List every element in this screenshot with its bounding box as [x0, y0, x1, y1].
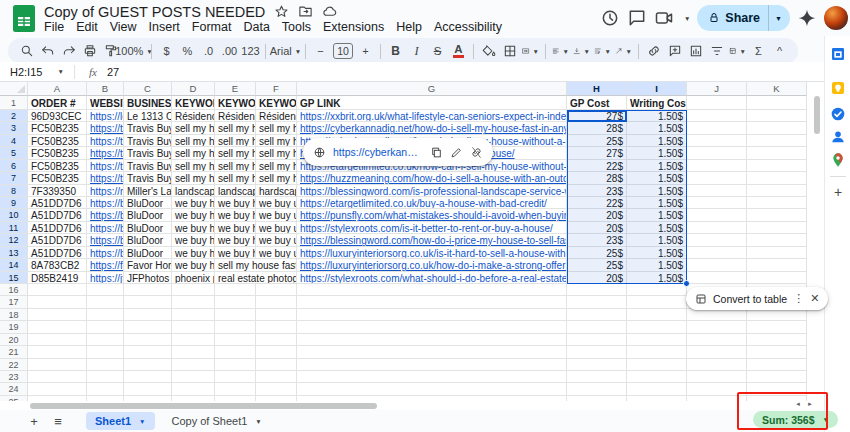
- merge-cells-icon[interactable]: ▼: [520, 40, 541, 62]
- meet-caret-icon[interactable]: ▼: [684, 15, 690, 22]
- cell-A9[interactable]: A51DD7D6: [28, 197, 87, 209]
- cell-H12[interactable]: 23$: [567, 234, 627, 246]
- row-header-16[interactable]: 16: [0, 284, 28, 296]
- star-icon[interactable]: [274, 4, 289, 19]
- cell-K7[interactable]: [747, 172, 807, 184]
- column-header-F[interactable]: F: [256, 82, 297, 96]
- cell-I21[interactable]: [627, 346, 687, 358]
- edit-link-icon[interactable]: [450, 146, 463, 159]
- cell-D16[interactable]: [172, 284, 215, 296]
- sum-indicator[interactable]: Sum: 356$▼: [753, 411, 838, 428]
- row-header-19[interactable]: 19: [0, 321, 28, 333]
- cell-K8[interactable]: [747, 185, 807, 197]
- cell-D3[interactable]: sell my hou: [172, 122, 215, 134]
- cell-A7[interactable]: FC50B235: [28, 172, 87, 184]
- cell-B14[interactable]: https://favo: [87, 259, 124, 271]
- cell-B21[interactable]: [87, 346, 124, 358]
- sum-caret-icon[interactable]: ▼: [823, 416, 829, 423]
- contacts-icon[interactable]: [830, 129, 846, 145]
- cell-F1[interactable]: KEYWORD: [256, 96, 297, 110]
- cell-F22[interactable]: [256, 359, 297, 371]
- cell-I3[interactable]: 1.50$: [627, 122, 687, 134]
- cell-I14[interactable]: 1.50$: [627, 259, 687, 271]
- add-sheet-icon[interactable]: +: [24, 414, 44, 429]
- cell-B16[interactable]: [87, 284, 124, 296]
- functions-button[interactable]: Σ: [748, 40, 769, 62]
- cell-H20[interactable]: [567, 334, 627, 346]
- account-avatar[interactable]: [824, 6, 848, 30]
- cell-D25[interactable]: [172, 396, 215, 401]
- menu-extensions[interactable]: Extensions: [317, 19, 390, 35]
- cell-E13[interactable]: we buy hou: [215, 247, 256, 259]
- text-rotation-icon[interactable]: ▼: [613, 40, 634, 62]
- cell-A18[interactable]: [28, 309, 87, 321]
- text-wrap-icon[interactable]: ▼: [592, 40, 613, 62]
- cell-C24[interactable]: [124, 383, 172, 395]
- cell-D21[interactable]: [172, 346, 215, 358]
- row-header-1[interactable]: 1: [0, 96, 28, 110]
- cell-G17[interactable]: [297, 296, 567, 308]
- cell-D15[interactable]: phoenix ph: [172, 272, 215, 284]
- cell-J2[interactable]: [687, 110, 747, 122]
- scroll-right-icon[interactable]: ►: [807, 401, 813, 407]
- cell-A2[interactable]: 96D93CEC: [28, 110, 87, 122]
- cell-I25[interactable]: [627, 396, 687, 401]
- column-header-I[interactable]: I: [627, 82, 687, 96]
- print-icon[interactable]: [79, 40, 100, 62]
- cell-F24[interactable]: [256, 383, 297, 395]
- cell-A14[interactable]: 8A783CB2: [28, 259, 87, 271]
- cell-I2[interactable]: 1.50$: [627, 110, 687, 122]
- cell-C7[interactable]: Travis Buys: [124, 172, 172, 184]
- cell-B17[interactable]: [87, 296, 124, 308]
- copy-link-icon[interactable]: [430, 146, 443, 159]
- cell-B12[interactable]: https://blud: [87, 234, 124, 246]
- cell-D8[interactable]: landscaping: [172, 185, 215, 197]
- menu-view[interactable]: View: [104, 19, 143, 35]
- cell-C25[interactable]: [124, 396, 172, 401]
- cell-H10[interactable]: 20$: [567, 209, 627, 221]
- cell-F16[interactable]: [256, 284, 297, 296]
- horizontal-scrollbar[interactable]: [28, 402, 794, 410]
- row-header-22[interactable]: 22: [0, 359, 28, 371]
- column-header-H[interactable]: H: [567, 82, 627, 96]
- menu-tools[interactable]: Tools: [276, 19, 317, 35]
- cell-J25[interactable]: [687, 396, 747, 401]
- cell-I6[interactable]: 1.50$: [627, 160, 687, 172]
- cell-K6[interactable]: [747, 160, 807, 172]
- cell-G23[interactable]: [297, 371, 567, 383]
- cell-G11[interactable]: https://stylexroots.com/is-it-better-to-…: [297, 222, 567, 234]
- row-header-6[interactable]: 6: [0, 160, 28, 172]
- cell-K1[interactable]: [747, 96, 807, 110]
- cell-I9[interactable]: 1.50$: [627, 197, 687, 209]
- cell-A20[interactable]: [28, 334, 87, 346]
- cell-I4[interactable]: 1.50$: [627, 135, 687, 147]
- cell-G1[interactable]: GP LINK: [297, 96, 567, 110]
- cell-H23[interactable]: [567, 371, 627, 383]
- cell-C9[interactable]: BluDoor: [124, 197, 172, 209]
- italic-button[interactable]: I: [406, 40, 427, 62]
- cell-H5[interactable]: 27$: [567, 147, 627, 159]
- sheet-tab-sheet1[interactable]: Sheet1▼: [86, 412, 155, 430]
- cell-C18[interactable]: [124, 309, 172, 321]
- cell-B13[interactable]: https://blud: [87, 247, 124, 259]
- cell-B19[interactable]: [87, 321, 124, 333]
- cell-I11[interactable]: 1.50$: [627, 222, 687, 234]
- strikethrough-button[interactable]: S: [427, 40, 448, 62]
- cell-K12[interactable]: [747, 234, 807, 246]
- cell-B10[interactable]: https://blud: [87, 209, 124, 221]
- cell-D19[interactable]: [172, 321, 215, 333]
- cell-F18[interactable]: [256, 309, 297, 321]
- fill-color-icon[interactable]: [478, 40, 499, 62]
- sheet-tab-copy-of-sheet1[interactable]: Copy of Sheet1▼: [163, 412, 271, 430]
- search-icon[interactable]: [16, 40, 37, 62]
- cell-B5[interactable]: https://travi: [87, 147, 124, 159]
- cell-A1[interactable]: ORDER #: [28, 96, 87, 110]
- cell-J13[interactable]: [687, 247, 747, 259]
- cell-B4[interactable]: https://travi: [87, 135, 124, 147]
- cell-A21[interactable]: [28, 346, 87, 358]
- cell-B15[interactable]: https://jfphc: [87, 272, 124, 284]
- cell-K13[interactable]: [747, 247, 807, 259]
- insert-chart-icon[interactable]: [685, 40, 706, 62]
- cell-E1[interactable]: KEYWORD: [215, 96, 256, 110]
- undo-icon[interactable]: [37, 40, 58, 62]
